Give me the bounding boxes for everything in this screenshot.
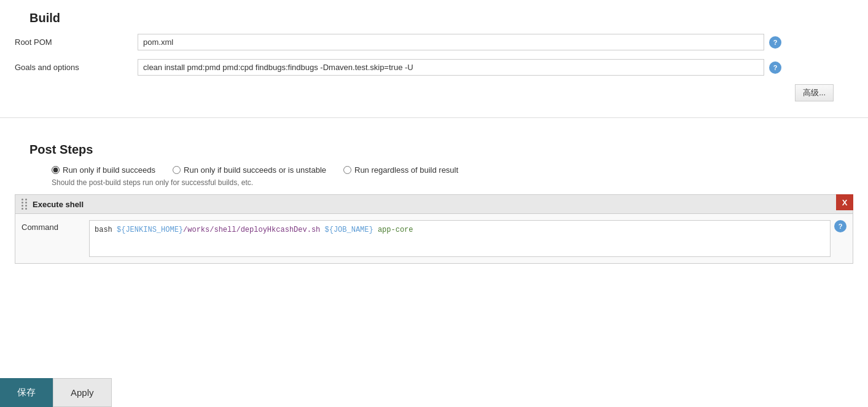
radio-group: Run only if build succeeds Run only if b… [52, 165, 853, 175]
save-button[interactable]: 保存 [0, 378, 53, 407]
goals-input[interactable] [138, 59, 764, 76]
radio-run-always[interactable]: Run regardless of build result [343, 165, 458, 175]
root-pom-label: Root POM [15, 38, 138, 47]
build-divider [0, 117, 868, 118]
radio-run-unstable[interactable]: Run only if build succeeds or is unstabl… [173, 165, 326, 175]
goals-help-icon[interactable]: ? [769, 61, 781, 74]
radio-run-success-input[interactable] [52, 166, 60, 174]
radio-run-success-label: Run only if build succeeds [63, 165, 155, 175]
radio-hint: Should the post-build steps run only for… [52, 178, 853, 187]
cmd-part-job-name: ${JOB_NAME} [324, 226, 373, 234]
root-pom-help-icon[interactable]: ? [769, 36, 781, 49]
apply-button[interactable]: Apply [53, 378, 112, 407]
build-section: Build Root POM ? Goals and options ? 高级.… [0, 0, 868, 113]
command-display[interactable]: bash ${JENKINS_HOME}/works/shell/deployH… [89, 220, 831, 257]
execute-shell-close-button[interactable]: X [836, 194, 853, 210]
execute-shell-title: Execute shell [33, 200, 846, 209]
footer-buttons: 保存 Apply [0, 378, 112, 407]
page-wrapper: Build Root POM ? Goals and options ? 高级.… [0, 0, 868, 407]
cmd-part-app-core: app-core [373, 226, 413, 234]
radio-run-unstable-label: Run only if build succeeds or is unstabl… [184, 165, 326, 175]
advanced-button[interactable]: 高级... [795, 84, 834, 101]
radio-run-always-input[interactable] [343, 166, 351, 174]
radio-run-unstable-input[interactable] [173, 166, 181, 174]
command-help-icon[interactable]: ? [834, 220, 846, 232]
execute-shell-header: Execute shell [15, 195, 853, 214]
cmd-part-jenkins-home: ${JENKINS_HOME} [117, 226, 183, 234]
advanced-btn-row: 高级... [15, 84, 853, 101]
build-section-title: Build [15, 0, 853, 34]
goals-label: Goals and options [15, 63, 138, 72]
cmd-part-path: /works/shell/deployHkcashDev.sh [183, 226, 324, 234]
cmd-part-bash: bash [95, 226, 117, 234]
command-label: Command [22, 220, 89, 232]
radio-run-always-label: Run regardless of build result [354, 165, 458, 175]
execute-shell-body: Command bash ${JENKINS_HOME}/works/shell… [15, 214, 853, 263]
execute-shell-wrapper: X Execute shell Command bash ${JENKINS [15, 194, 853, 264]
root-pom-row: Root POM ? [15, 34, 853, 50]
drag-handle-icon[interactable] [22, 199, 28, 210]
post-steps-section: Post Steps Run only if build succeeds Ru… [0, 123, 868, 264]
goals-row: Goals and options ? [15, 59, 853, 76]
root-pom-input[interactable] [138, 34, 764, 50]
post-steps-title: Post Steps [15, 132, 853, 165]
radio-run-success[interactable]: Run only if build succeeds [52, 165, 155, 175]
